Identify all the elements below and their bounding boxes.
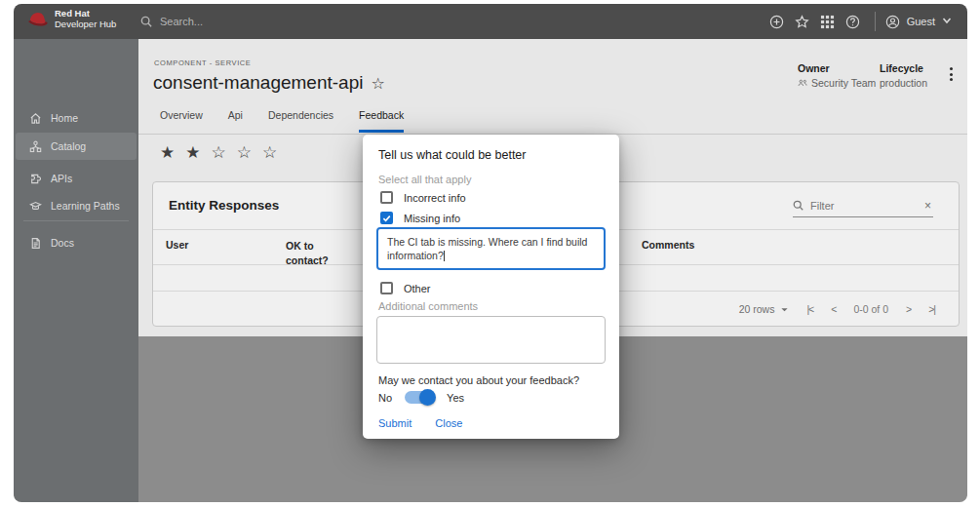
screenshot-canvas: Red Hat Developer Hub Search... xyxy=(0,0,980,508)
avatar-icon xyxy=(885,15,900,29)
user-menu[interactable]: Guest xyxy=(885,15,952,29)
brand-line1: Red Hat xyxy=(55,8,116,19)
group-icon xyxy=(798,79,807,87)
search-input[interactable]: Search... xyxy=(140,4,203,39)
brand-text: Red Hat Developer Hub xyxy=(55,8,116,30)
sidebar-item-learning-paths[interactable]: Learning Paths xyxy=(16,193,137,218)
rows-per-page-select[interactable]: 20 rows xyxy=(739,303,790,315)
learning-paths-icon xyxy=(29,200,42,213)
modal-actions: Submit Close xyxy=(378,417,462,429)
apps-grid-icon[interactable] xyxy=(820,14,836,29)
brand-line2: Developer Hub xyxy=(55,19,116,29)
filter-input[interactable]: Filter × xyxy=(793,194,933,217)
help-icon[interactable] xyxy=(845,14,861,29)
column-header-user: User xyxy=(166,239,188,251)
owner-meta: Owner Security Team xyxy=(798,62,876,89)
feedback-modal: Tell us what could be better Select all … xyxy=(363,135,619,439)
catalog-icon xyxy=(29,140,42,153)
next-page-button[interactable]: > xyxy=(906,303,911,315)
modal-title: Tell us what could be better xyxy=(378,148,526,162)
contact-toggle[interactable] xyxy=(405,391,434,404)
page-title: consent-management-api xyxy=(153,72,363,94)
sidebar-item-label: Home xyxy=(51,112,78,124)
close-button[interactable]: Close xyxy=(435,417,462,429)
add-circle-icon[interactable] xyxy=(769,14,785,29)
modal-subtitle: Select all that apply xyxy=(378,174,471,185)
checkbox-unchecked-icon xyxy=(380,282,393,294)
contact-toggle-row: No Yes xyxy=(378,391,464,404)
sidebar-item-label: Learning Paths xyxy=(51,200,120,212)
kebab-menu-icon[interactable] xyxy=(944,64,958,84)
tab-api[interactable]: Api xyxy=(228,109,243,133)
lifecycle-label: Lifecycle xyxy=(880,62,927,74)
checkbox-label: Incorrect info xyxy=(404,192,466,204)
sidebar-item-label: APIs xyxy=(51,173,72,184)
prev-page-button[interactable]: < xyxy=(831,303,836,315)
favorite-entity-star-icon[interactable]: ☆ xyxy=(371,74,384,93)
sidebar-item-apis[interactable]: APIs xyxy=(16,166,137,191)
sidebar-nav: Home Catalog APIs Learning Paths Docs xyxy=(14,39,138,502)
user-name: Guest xyxy=(907,16,935,27)
column-header-comments: Comments xyxy=(642,239,694,251)
additional-comments-textarea[interactable] xyxy=(376,316,606,364)
contact-question: May we contact you about your feedback? xyxy=(378,374,579,386)
caret-down-icon xyxy=(780,305,789,314)
star-outline-icon[interactable]: ☆ xyxy=(262,144,277,161)
checkbox-incorrect-info[interactable]: Incorrect info xyxy=(380,191,466,204)
sidebar-item-home[interactable]: Home xyxy=(16,105,137,131)
first-page-button[interactable]: |< xyxy=(806,303,813,315)
feedback-textarea[interactable]: The CI tab is missing. Where can I find … xyxy=(376,227,606,270)
submit-button[interactable]: Submit xyxy=(378,417,412,429)
owner-value[interactable]: Security Team xyxy=(811,77,876,89)
docs-icon xyxy=(29,237,42,250)
sidebar-divider xyxy=(23,220,129,221)
owner-label: Owner xyxy=(798,62,876,74)
toggle-no-label: No xyxy=(378,392,392,404)
checkbox-missing-info[interactable]: Missing info xyxy=(380,212,460,224)
pagination-range: 0-0 of 0 xyxy=(853,303,888,315)
clear-filter-icon[interactable]: × xyxy=(924,199,933,213)
star-filled-icon[interactable]: ★ xyxy=(185,144,200,161)
last-page-button[interactable]: >| xyxy=(928,303,935,315)
text-cursor xyxy=(444,251,445,261)
tab-feedback[interactable]: Feedback xyxy=(359,109,404,133)
tab-dependencies[interactable]: Dependencies xyxy=(268,109,333,133)
chevron-down-icon xyxy=(942,16,952,25)
lifecycle-meta: Lifecycle production xyxy=(880,62,927,89)
star-outline-icon[interactable]: ☆ xyxy=(237,144,252,161)
filter-placeholder: Filter xyxy=(810,200,918,212)
global-header: Red Hat Developer Hub Search... xyxy=(14,4,967,39)
toggle-thumb xyxy=(419,389,436,406)
search-placeholder: Search... xyxy=(160,16,203,27)
topbar-actions: Guest xyxy=(764,4,967,39)
additional-comments-label: Additional comments xyxy=(378,300,478,312)
brand-logo[interactable]: Red Hat Developer Hub xyxy=(27,8,116,30)
sidebar-item-label: Catalog xyxy=(51,140,86,152)
rating-stars: ★ ★ ☆ ☆ ☆ xyxy=(160,144,277,161)
star-outline-icon[interactable]: ☆ xyxy=(212,144,226,161)
topbar-divider xyxy=(875,12,876,31)
rows-per-page-value: 20 rows xyxy=(739,303,775,315)
feedback-text: The CI tab is missing. Where can I find … xyxy=(387,236,587,261)
star-filled-icon[interactable]: ★ xyxy=(160,144,175,161)
lifecycle-value: production xyxy=(880,77,927,89)
entity-tabs: Overview Api Dependencies Feedback xyxy=(160,109,404,133)
sidebar-item-docs[interactable]: Docs xyxy=(16,230,137,255)
toggle-yes-label: Yes xyxy=(447,392,464,404)
checkbox-label: Other xyxy=(404,283,431,294)
search-icon xyxy=(140,16,152,27)
home-icon xyxy=(29,112,42,125)
breadcrumb: COMPONENT - SERVICE xyxy=(154,59,251,67)
checkbox-unchecked-icon xyxy=(380,191,393,204)
api-extension-icon xyxy=(29,173,42,185)
checkbox-checked-icon xyxy=(380,212,393,224)
sidebar-item-catalog[interactable]: Catalog xyxy=(16,133,137,160)
favorites-star-icon[interactable] xyxy=(795,14,810,29)
tab-overview[interactable]: Overview xyxy=(160,109,203,133)
sidebar-item-label: Docs xyxy=(51,237,74,249)
checkbox-other[interactable]: Other xyxy=(380,282,431,294)
redhat-fedora-icon xyxy=(27,11,49,27)
page-title-row: consent-management-api ☆ xyxy=(153,72,385,94)
search-icon xyxy=(793,200,804,211)
panel-title: Entity Responses xyxy=(169,198,279,213)
